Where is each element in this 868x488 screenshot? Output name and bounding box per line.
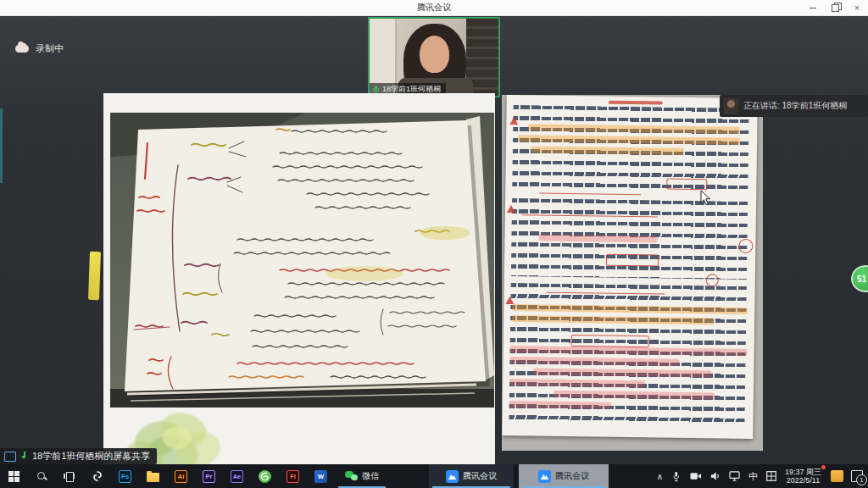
tray-display-icon[interactable] (729, 470, 741, 482)
edge-sliver (0, 108, 3, 183)
cloud-record-icon (15, 45, 29, 53)
shared-photo-right-notes (502, 95, 763, 451)
participant-face (420, 36, 449, 73)
red-triangle-mark (509, 117, 518, 125)
meeting-window-label: 腾讯会议 (555, 470, 589, 482)
illustrator-icon: Ai (175, 470, 187, 483)
windows-taskbar: Ps Ai Pr Ae Fl W 微信 腾讯会议 腾讯会议 ∧ (0, 464, 868, 488)
taskbar-photoshop[interactable]: Ps (111, 464, 139, 488)
wechat-label: 微信 (362, 470, 379, 482)
clock-date: 2022/5/11 (785, 476, 821, 485)
speaker-avatar (724, 98, 738, 114)
close-button[interactable]: × (846, 0, 868, 15)
speaking-toast: 正在讲话: 18学前1班何栖桐 (720, 95, 868, 117)
audio-down-icon (20, 452, 28, 461)
premiere-icon: Pr (203, 470, 215, 483)
microphone-icon (373, 86, 379, 94)
tray-microphone-icon[interactable] (670, 470, 682, 482)
taskbar-flash[interactable]: Fl (279, 464, 307, 488)
screen-share-icon (4, 452, 16, 462)
share-banner-text: 18学前1班何栖桐的屏幕共享 (32, 450, 150, 463)
tencent-meeting-icon (446, 470, 459, 483)
word-icon: W (314, 470, 327, 483)
handwritten-page (502, 95, 758, 439)
green-browser-icon (259, 470, 271, 483)
recording-indicator: 录制中 (15, 42, 64, 55)
red-underline (539, 193, 641, 196)
highlighter-pen (88, 252, 101, 300)
meeting-window-label: 腾讯会议 (463, 470, 497, 482)
screen-root: { "window": { "title": "腾讯会议", "close_gl… (0, 0, 868, 488)
search-button[interactable] (27, 464, 55, 488)
taskbar-word[interactable]: W (307, 464, 335, 488)
tray-chevron[interactable]: ∧ (657, 472, 663, 481)
swirl-app-icon (91, 470, 103, 483)
mouse-cursor (700, 190, 711, 209)
red-box-mark (666, 179, 707, 191)
ime-grid-icon[interactable] (765, 470, 777, 482)
red-circle-mark (738, 239, 753, 253)
taskbar-app-swirl[interactable] (83, 464, 111, 488)
tencent-meeting-icon (538, 470, 551, 483)
window-title: 腾讯会议 (0, 2, 868, 14)
taskbar-meeting-window-2[interactable]: 腾讯会议 (519, 464, 609, 488)
recording-label: 录制中 (36, 42, 64, 55)
start-button[interactable] (0, 464, 27, 488)
mindmap-notes-drawing (110, 113, 494, 408)
red-triangle-mark (507, 205, 515, 213)
tray-speaker-icon[interactable] (709, 470, 721, 482)
task-view-icon (64, 472, 75, 481)
file-explorer-icon (147, 473, 159, 482)
window-titlebar: 腾讯会议 × (0, 0, 868, 16)
red-box-mark (571, 335, 649, 347)
red-box-mark (606, 254, 659, 267)
floating-widget-badge[interactable]: 51 (851, 265, 868, 292)
page-title-scrawl (609, 101, 663, 105)
aftereffects-icon: Ae (231, 470, 243, 483)
taskbar-premiere[interactable]: Pr (195, 464, 223, 488)
highlight-pink (509, 401, 611, 409)
system-tray: ∧ 中 19:37 周三 2022/5/11 1 (657, 464, 866, 488)
taskbar-file-explorer[interactable] (139, 464, 167, 488)
taskbar-wechat[interactable]: 微信 (335, 464, 389, 488)
taskbar-illustrator[interactable]: Ai (167, 464, 195, 488)
tray-camera-icon[interactable] (690, 470, 702, 482)
search-icon (36, 471, 47, 481)
action-center-button[interactable]: 1 (851, 470, 863, 482)
participant-video-thumbnail[interactable]: 18学前1班何栖桐 (368, 17, 500, 97)
tray-app-orange-icon[interactable] (831, 470, 843, 482)
clock-notification-dot (821, 465, 826, 469)
windows-logo-icon (8, 471, 19, 482)
photoshop-icon: Ps (119, 470, 131, 483)
taskbar-aftereffects[interactable]: Ae (223, 464, 251, 488)
task-view-button[interactable] (55, 464, 83, 488)
taskbar-clock[interactable]: 19:37 周三 2022/5/11 (785, 468, 823, 485)
wechat-icon (345, 470, 358, 483)
screen-share-banner: 18学前1班何栖桐的屏幕共享 (0, 448, 157, 464)
flash-icon: Fl (287, 470, 299, 483)
speaking-text: 正在讲话: 18学前1班何栖桐 (743, 100, 847, 112)
red-triangle-mark (505, 297, 514, 304)
restore-button[interactable] (824, 0, 846, 15)
red-circle-mark (706, 274, 719, 286)
taskbar-browser[interactable] (251, 464, 279, 488)
clock-time: 19:37 周三 (785, 468, 821, 476)
notification-count-badge: 1 (856, 474, 867, 485)
minimize-button[interactable] (802, 0, 824, 15)
input-language-indicator[interactable]: 中 (748, 470, 758, 483)
taskbar-meeting-window-1[interactable]: 腾讯会议 (429, 464, 514, 488)
shared-photo-left-notes (110, 113, 494, 408)
meeting-stage: 录制中 18学前1班何栖桐 正在讲话: 18学前1班何栖桐 (0, 15, 868, 464)
